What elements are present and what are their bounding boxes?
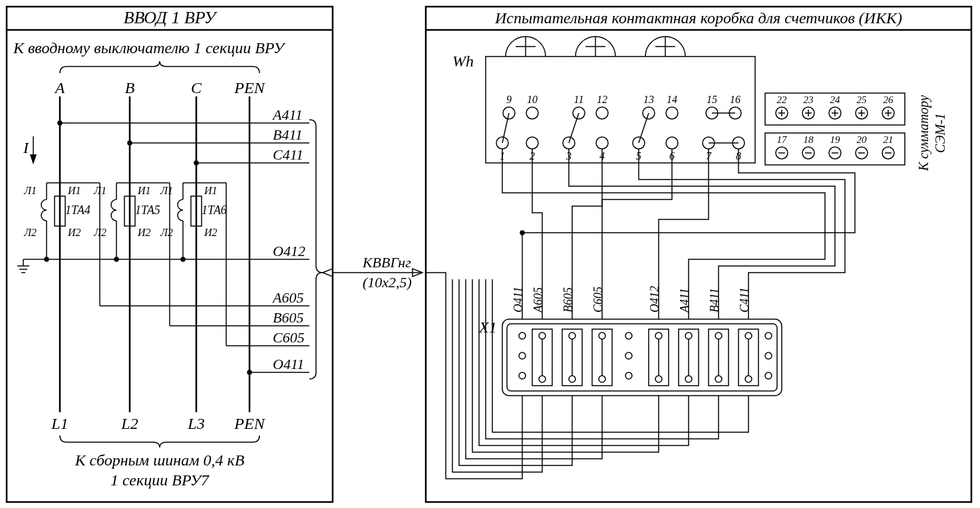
- sem-label: СЭМ-1: [933, 113, 947, 153]
- svg-point-76: [666, 107, 678, 119]
- svg-point-162: [655, 376, 662, 382]
- x1-b411: В411: [708, 288, 721, 313]
- left-top-caption: К вводному выключателю 1 секции ВРУ: [13, 39, 286, 57]
- bus-l1: L1: [51, 415, 68, 432]
- summator-block: 22 23 24 25 26 17 18 19 20 21 К сумматор…: [765, 93, 947, 172]
- svg-text:25: 25: [857, 94, 868, 105]
- wiring-diagram: ВВОД 1 ВРУ К вводному выключателю 1 секц…: [0, 0, 980, 508]
- svg-point-144: [519, 372, 526, 379]
- x1-a605: А605: [532, 287, 545, 313]
- phase-b-label: B: [125, 79, 135, 96]
- svg-text:17: 17: [777, 134, 788, 145]
- svg-point-169: [715, 332, 722, 339]
- svg-point-166: [685, 376, 692, 382]
- meter-lower-terminals: 1 2 3 4 5 6 7 8: [496, 137, 744, 162]
- cable: КВВГнг (10x2,5): [333, 254, 422, 291]
- svg-text:Л2: Л2: [160, 227, 173, 238]
- wire-c411: С411: [273, 146, 303, 163]
- bottom-caption1: К сборным шинам 0,4 кВ: [75, 451, 245, 469]
- pen-top-label: PEN: [234, 79, 265, 96]
- svg-point-88: [596, 137, 608, 149]
- wire-a411: А411: [271, 106, 303, 123]
- wire-o412: О412: [273, 243, 305, 259]
- svg-marker-54: [323, 269, 333, 277]
- svg-rect-140: [502, 319, 782, 396]
- meter-upper-terminals: 9 10 11 12 13 14 15 16: [503, 94, 741, 119]
- svg-point-157: [625, 332, 632, 339]
- svg-point-179: [520, 231, 524, 235]
- svg-point-68: [526, 107, 538, 119]
- svg-point-161: [655, 332, 662, 339]
- bus-l2: L2: [120, 415, 138, 432]
- svg-marker-7: [31, 155, 36, 163]
- svg-point-159: [625, 372, 632, 379]
- svg-line-99: [569, 113, 579, 143]
- svg-text:10: 10: [527, 94, 538, 105]
- svg-line-100: [639, 113, 649, 143]
- svg-point-142: [519, 332, 526, 339]
- svg-point-176: [765, 332, 772, 339]
- svg-text:И1: И1: [137, 185, 151, 196]
- svg-rect-59: [486, 57, 755, 163]
- svg-text:И2: И2: [137, 227, 151, 238]
- wire-c605: С605: [273, 329, 305, 346]
- x1-label: X1: [478, 318, 497, 336]
- svg-text:13: 13: [643, 94, 654, 105]
- x1-a411: А411: [678, 288, 691, 313]
- cable-size: (10x2,5): [363, 274, 412, 291]
- ct-1ta5-label: 1ТА5: [135, 203, 160, 217]
- svg-text:20: 20: [857, 134, 868, 145]
- bottom-caption2: 1 секции ВРУ7: [110, 471, 210, 489]
- svg-text:Л1: Л1: [23, 185, 37, 196]
- svg-text:22: 22: [777, 94, 788, 105]
- svg-text:И1: И1: [204, 185, 218, 196]
- x1-to-cable-wires: [426, 273, 748, 479]
- svg-text:19: 19: [830, 134, 841, 145]
- ct-1ta4: Л1 Л2 И1 И2 1ТА4: [23, 183, 100, 306]
- svg-text:11: 11: [574, 94, 584, 105]
- svg-text:26: 26: [884, 94, 894, 105]
- svg-text:14: 14: [667, 94, 677, 105]
- cable-type: КВВГнг: [362, 254, 411, 271]
- wh-label: Wh: [452, 53, 474, 70]
- svg-text:И2: И2: [67, 227, 81, 238]
- svg-rect-141: [507, 324, 777, 391]
- svg-point-151: [569, 376, 575, 382]
- svg-point-143: [519, 352, 526, 359]
- svg-text:Л2: Л2: [23, 227, 37, 238]
- svg-point-154: [599, 332, 605, 339]
- x1-terminals: [519, 329, 772, 386]
- svg-text:21: 21: [884, 134, 894, 145]
- x1-b605: В605: [562, 287, 575, 313]
- phase-a-label: A: [54, 79, 65, 96]
- phase-c-label: C: [191, 79, 202, 96]
- svg-text:23: 23: [804, 94, 814, 105]
- svg-point-170: [715, 376, 722, 382]
- svg-point-92: [666, 137, 678, 149]
- wire-b605: В605: [273, 309, 303, 326]
- svg-text:16: 16: [730, 94, 740, 105]
- summator-label: К сумматору: [916, 95, 931, 172]
- svg-point-177: [765, 352, 772, 359]
- svg-point-174: [745, 376, 752, 382]
- svg-text:И2: И2: [204, 227, 218, 238]
- x1-c605: С605: [591, 287, 605, 313]
- svg-point-165: [685, 332, 692, 339]
- ct-1ta5: Л1 Л2 И1 И2 1ТА5: [93, 183, 170, 326]
- wire-o411: О411: [273, 356, 304, 372]
- ct-1ta4-label: 1ТА4: [65, 203, 90, 217]
- x1-o411: О411: [512, 287, 525, 313]
- svg-point-150: [569, 332, 575, 339]
- x1-c411: С411: [738, 287, 751, 313]
- bus-pen: PEN: [234, 415, 265, 432]
- right-title: Испытательная контактная коробка для сче…: [494, 9, 902, 27]
- wire-a605: А605: [271, 289, 303, 306]
- svg-point-158: [625, 352, 632, 359]
- svg-text:18: 18: [804, 134, 814, 145]
- left-title: ВВОД 1 ВРУ: [124, 8, 218, 27]
- left-panel: ВВОД 1 ВРУ К вводному выключателю 1 секц…: [7, 7, 333, 502]
- svg-text:Л1: Л1: [93, 185, 106, 196]
- svg-rect-57: [426, 7, 971, 502]
- svg-point-155: [599, 376, 605, 382]
- svg-text:9: 9: [506, 94, 512, 105]
